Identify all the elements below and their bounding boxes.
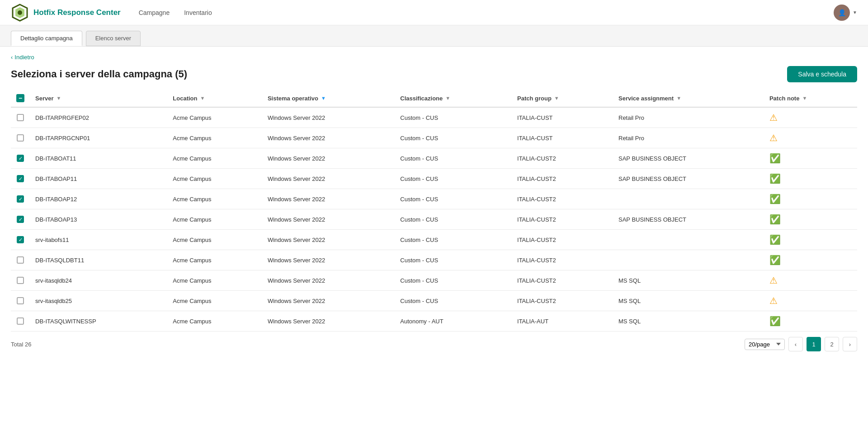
row-checkbox[interactable]: ✓: [17, 236, 24, 243]
patch-ok-icon: ✅: [769, 214, 781, 224]
row-service-assignment: [613, 230, 764, 250]
table-row: ✓DB-ITABOAT11Acme CampusWindows Server 2…: [11, 148, 857, 169]
back-link[interactable]: ‹ Indietro: [11, 54, 857, 61]
patch-note-filter-icon[interactable]: ▼: [802, 95, 807, 101]
row-patch-group: ITALIA-CUST: [512, 107, 613, 128]
row-checkbox[interactable]: ✓: [17, 155, 24, 162]
nav-campagne[interactable]: Campagne: [139, 9, 170, 16]
page-2-button[interactable]: 2: [825, 337, 839, 351]
select-all-checkbox[interactable]: −: [16, 94, 24, 102]
row-checkbox[interactable]: ✓: [17, 175, 24, 182]
row-service-assignment: MS SQL: [613, 291, 764, 311]
row-os: Windows Server 2022: [262, 270, 395, 291]
row-service-assignment: SAP BUSINESS OBJECT: [613, 169, 764, 189]
row-location: Acme Campus: [167, 148, 262, 169]
th-service-assignment: Service assignment ▼: [613, 90, 764, 107]
row-checkbox[interactable]: ✓: [17, 216, 24, 223]
row-location: Acme Campus: [167, 107, 262, 128]
patch-ok-icon: ✅: [769, 316, 781, 326]
nav-inventario[interactable]: Inventario: [184, 9, 212, 16]
row-checkbox[interactable]: [17, 256, 24, 264]
row-location: Acme Campus: [167, 189, 262, 209]
row-service-assignment: SAP BUSINESS OBJECT: [613, 148, 764, 169]
main-content: ‹ Indietro Seleziona i server della camp…: [0, 47, 868, 360]
row-checkbox-cell: [11, 250, 30, 270]
row-checkbox-cell: [11, 128, 30, 148]
patch-ok-icon: ✅: [769, 235, 781, 245]
row-checkbox[interactable]: [17, 317, 24, 325]
row-checkbox[interactable]: [17, 134, 24, 142]
svg-point-2: [18, 10, 22, 15]
row-location: Acme Campus: [167, 209, 262, 230]
row-checkbox-cell: ✓: [11, 189, 30, 209]
server-filter-icon[interactable]: ▼: [56, 95, 61, 101]
row-classificazione: Custom - CUS: [395, 270, 512, 291]
tab-elenco-server[interactable]: Elenco server: [86, 31, 141, 46]
row-patch-note: ✅: [764, 311, 857, 331]
page-prev-button[interactable]: ‹: [788, 337, 803, 351]
tab-dettaglio-campagna[interactable]: Dettaglio campagna: [11, 31, 82, 46]
scroll-area[interactable]: − Server ▼ Location ▼: [11, 90, 857, 331]
row-checkbox[interactable]: ✓: [17, 195, 24, 203]
patch-group-filter-icon[interactable]: ▼: [554, 95, 559, 101]
row-patch-note: ⚠: [764, 291, 857, 311]
page-1-button[interactable]: 1: [807, 337, 821, 351]
row-os: Windows Server 2022: [262, 230, 395, 250]
th-classificazione: Classificazione ▼: [395, 90, 512, 107]
patch-warning-icon: ⚠: [769, 113, 778, 123]
row-classificazione: Custom - CUS: [395, 250, 512, 270]
row-checkbox-cell: [11, 311, 30, 331]
server-table: − Server ▼ Location ▼: [11, 90, 857, 331]
save-schedule-button[interactable]: Salva e schedula: [787, 66, 857, 82]
row-checkbox-cell: [11, 291, 30, 311]
row-patch-note: ✅: [764, 169, 857, 189]
os-filter-icon[interactable]: ▼: [321, 95, 326, 101]
row-checkbox[interactable]: [17, 114, 24, 121]
row-os: Windows Server 2022: [262, 209, 395, 230]
row-classificazione: Custom - CUS: [395, 291, 512, 311]
app-title: Hotfix Response Center: [33, 8, 121, 17]
row-service-assignment: [613, 250, 764, 270]
row-server: DB-ITABOAP12: [30, 189, 167, 209]
row-os: Windows Server 2022: [262, 291, 395, 311]
row-location: Acme Campus: [167, 128, 262, 148]
user-area: 👤 ▼: [834, 5, 857, 21]
location-filter-icon[interactable]: ▼: [200, 95, 205, 101]
pagination-area: 20/page 50/page 100/page ‹ 1 2 ›: [745, 337, 857, 351]
row-server: srv-itasqldb24: [30, 270, 167, 291]
th-patch-note: Patch note ▼: [764, 90, 857, 107]
patch-ok-icon: ✅: [769, 255, 781, 265]
row-location: Acme Campus: [167, 270, 262, 291]
row-location: Acme Campus: [167, 291, 262, 311]
row-checkbox[interactable]: [17, 277, 24, 284]
page-title: Seleziona i server della campagna (5): [11, 68, 187, 80]
th-patch-group-label: Patch group: [517, 95, 552, 102]
row-server: DB-ITARPRGCNP01: [30, 128, 167, 148]
row-classificazione: Custom - CUS: [395, 169, 512, 189]
row-checkbox-cell: ✓: [11, 148, 30, 169]
row-classificazione: Custom - CUS: [395, 189, 512, 209]
app-logo-icon: [11, 4, 29, 22]
user-dropdown-arrow[interactable]: ▼: [853, 10, 857, 15]
patch-warning-icon: ⚠: [769, 296, 778, 306]
row-checkbox[interactable]: [17, 297, 24, 304]
row-server: DB-ITASQLDBT11: [30, 250, 167, 270]
th-location-label: Location: [173, 95, 197, 102]
row-patch-note: ⚠: [764, 270, 857, 291]
page-next-button[interactable]: ›: [843, 337, 857, 351]
table-row: DB-ITASQLWITNESSPAcme CampusWindows Serv…: [11, 311, 857, 331]
row-server: DB-ITASQLWITNESSP: [30, 311, 167, 331]
table-row: ✓DB-ITABOAP11Acme CampusWindows Server 2…: [11, 169, 857, 189]
classificazione-filter-icon[interactable]: ▼: [445, 95, 450, 101]
user-avatar[interactable]: 👤: [834, 5, 850, 21]
row-patch-group: ITALIA-CUST2: [512, 291, 613, 311]
th-patch-group: Patch group ▼: [512, 90, 613, 107]
table-footer: Total 26 20/page 50/page 100/page ‹ 1 2 …: [11, 331, 857, 353]
th-os: Sistema operativo ▼: [262, 90, 395, 107]
row-server: DB-ITABOAP13: [30, 209, 167, 230]
service-assignment-filter-icon[interactable]: ▼: [676, 95, 681, 101]
per-page-select[interactable]: 20/page 50/page 100/page: [745, 339, 785, 350]
row-patch-group: ITALIA-AUT: [512, 311, 613, 331]
row-patch-group: ITALIA-CUST2: [512, 270, 613, 291]
table-row: srv-itasqldb25Acme CampusWindows Server …: [11, 291, 857, 311]
